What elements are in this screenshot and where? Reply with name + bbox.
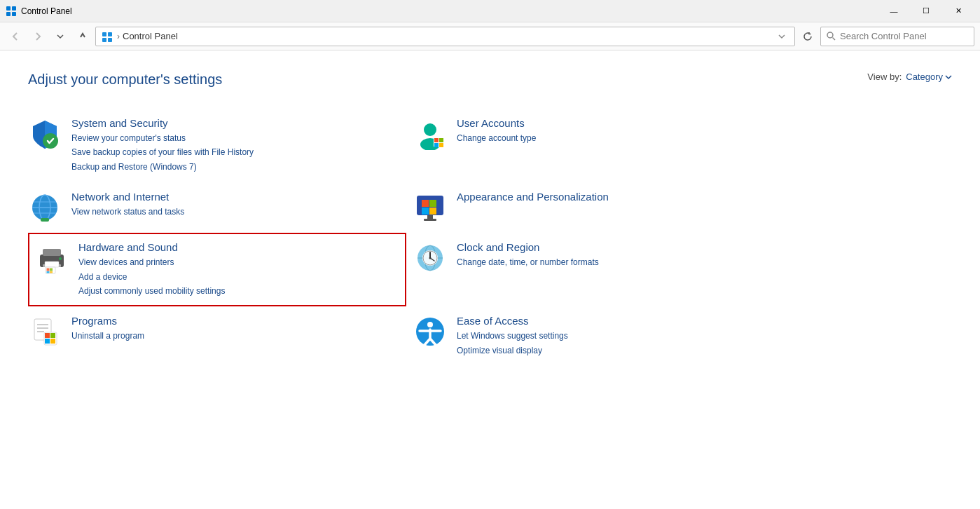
- clock-region-link-0[interactable]: Change date, time, or number formats: [457, 255, 792, 269]
- hardware-sound-content: Hardware and Sound View devices and prin…: [78, 241, 399, 298]
- svg-rect-57: [50, 339, 55, 344]
- page-header: Adjust your computer's settings View by:…: [28, 72, 952, 88]
- hardware-sound-link-0[interactable]: View devices and printers: [78, 255, 399, 269]
- hardware-sound-icon: [35, 241, 69, 275]
- svg-line-9: [833, 38, 836, 41]
- window-controls: — ☐ ✕: [878, 0, 974, 22]
- svg-rect-37: [47, 269, 50, 271]
- section-network-internet: Network and Internet View network status…: [28, 182, 413, 233]
- svg-rect-26: [429, 200, 436, 207]
- svg-rect-5: [108, 32, 112, 36]
- minimize-button[interactable]: —: [878, 0, 910, 22]
- hardware-sound-link-1[interactable]: Add a device: [78, 270, 399, 284]
- section-user-accounts: User Accounts Change account type: [413, 109, 799, 182]
- title-bar: Control Panel — ☐ ✕: [0, 0, 980, 22]
- app-icon: [6, 6, 17, 17]
- system-security-link-2[interactable]: Backup and Restore (Windows 7): [71, 160, 406, 174]
- clock-region-title[interactable]: Clock and Region: [457, 241, 792, 253]
- refresh-button[interactable]: [798, 27, 817, 46]
- close-button[interactable]: ✕: [942, 0, 974, 22]
- svg-rect-16: [434, 143, 439, 147]
- section-ease-access: Ease of Access Let Windows suggest setti…: [413, 306, 799, 366]
- programs-content: Programs Uninstall a program: [71, 315, 406, 343]
- appearance-title[interactable]: Appearance and Personalization: [457, 191, 792, 203]
- control-panel-grid: System and Security Review your computer…: [28, 109, 799, 366]
- programs-icon: [28, 315, 62, 348]
- svg-rect-30: [424, 219, 436, 221]
- section-appearance: Appearance and Personalization: [413, 182, 799, 233]
- svg-point-8: [827, 32, 833, 38]
- svg-rect-2: [6, 12, 11, 16]
- search-box[interactable]: [820, 27, 974, 46]
- svg-rect-14: [434, 138, 439, 142]
- user-accounts-content: User Accounts Change account type: [457, 117, 792, 145]
- network-internet-link-0[interactable]: View network status and tasks: [71, 205, 406, 219]
- appearance-content: Appearance and Personalization: [457, 191, 792, 205]
- maximize-button[interactable]: ☐: [910, 0, 942, 22]
- address-bar: › Control Panel: [0, 22, 980, 50]
- svg-rect-40: [50, 271, 53, 273]
- address-text: Control Panel: [123, 31, 775, 41]
- clock-region-icon: [413, 241, 447, 275]
- section-system-security: System and Security Review your computer…: [28, 109, 413, 182]
- viewby-label: View by:: [867, 72, 902, 82]
- up-button[interactable]: [73, 27, 92, 46]
- view-by-control: View by: Category: [867, 72, 952, 82]
- svg-rect-54: [45, 333, 50, 338]
- path-icon: [102, 31, 113, 42]
- network-internet-title[interactable]: Network and Internet: [71, 191, 406, 203]
- ease-access-content: Ease of Access Let Windows suggest setti…: [457, 315, 792, 358]
- svg-rect-39: [47, 271, 50, 273]
- clock-region-content: Clock and Region Change date, time, or n…: [457, 241, 792, 269]
- back-button[interactable]: [6, 27, 25, 46]
- hardware-sound-link-2[interactable]: Adjust commonly used mobility settings: [78, 284, 399, 298]
- search-input[interactable]: [840, 31, 968, 41]
- user-accounts-icon: [413, 117, 447, 151]
- ease-access-title[interactable]: Ease of Access: [457, 315, 792, 327]
- ease-access-link-1[interactable]: Optimize visual display: [457, 344, 792, 358]
- svg-rect-3: [12, 12, 16, 16]
- system-security-title[interactable]: System and Security: [71, 117, 406, 129]
- viewby-dropdown[interactable]: Category: [906, 72, 952, 82]
- appearance-icon: [413, 191, 447, 224]
- programs-title[interactable]: Programs: [71, 315, 406, 327]
- svg-rect-1: [12, 6, 16, 11]
- svg-rect-17: [439, 143, 443, 147]
- user-accounts-link-0[interactable]: Change account type: [457, 131, 792, 145]
- address-dropdown-icon[interactable]: [775, 34, 789, 39]
- svg-point-35: [59, 257, 62, 260]
- svg-rect-25: [422, 200, 429, 207]
- svg-rect-23: [41, 218, 49, 222]
- svg-rect-32: [43, 249, 61, 256]
- svg-rect-15: [439, 138, 443, 142]
- recent-locations-button[interactable]: [50, 27, 70, 46]
- svg-point-48: [429, 257, 432, 259]
- svg-rect-38: [50, 269, 53, 271]
- svg-rect-55: [50, 333, 55, 338]
- network-internet-icon: [28, 191, 62, 224]
- system-security-link-1[interactable]: Save backup copies of your files with Fi…: [71, 145, 406, 159]
- window-title: Control Panel: [21, 6, 878, 16]
- ease-access-icon: [413, 315, 447, 348]
- section-clock-region: Clock and Region Change date, time, or n…: [413, 233, 799, 306]
- svg-rect-6: [102, 38, 106, 42]
- network-internet-content: Network and Internet View network status…: [71, 191, 406, 219]
- svg-rect-34: [45, 262, 59, 267]
- system-security-link-0[interactable]: Review your computer's status: [71, 131, 406, 145]
- svg-point-11: [424, 123, 436, 136]
- page-title: Adjust your computer's settings: [28, 72, 222, 88]
- forward-button[interactable]: [28, 27, 48, 46]
- user-accounts-title[interactable]: User Accounts: [457, 117, 792, 129]
- svg-point-59: [427, 322, 433, 327]
- section-hardware-sound: Hardware and Sound View devices and prin…: [28, 233, 406, 306]
- address-input[interactable]: › Control Panel: [95, 27, 795, 46]
- svg-rect-0: [6, 6, 11, 11]
- main-content: Adjust your computer's settings View by:…: [0, 50, 980, 509]
- hardware-sound-title[interactable]: Hardware and Sound: [78, 241, 399, 253]
- section-programs: Programs Uninstall a program: [28, 306, 413, 366]
- svg-rect-28: [429, 208, 436, 215]
- svg-rect-27: [422, 208, 429, 215]
- programs-link-0[interactable]: Uninstall a program: [71, 329, 406, 343]
- system-security-content: System and Security Review your computer…: [71, 117, 406, 174]
- ease-access-link-0[interactable]: Let Windows suggest settings: [457, 329, 792, 343]
